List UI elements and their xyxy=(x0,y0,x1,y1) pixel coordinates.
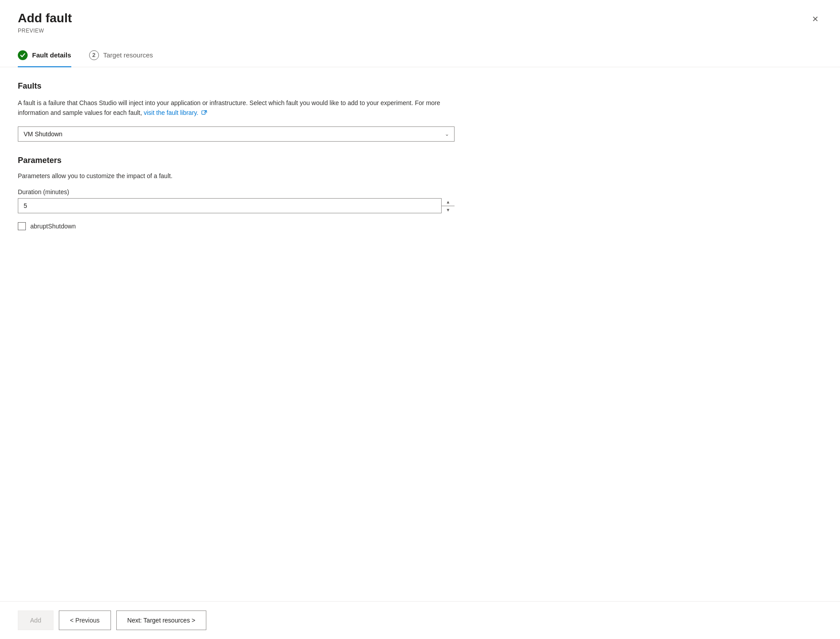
abrupt-shutdown-checkbox[interactable] xyxy=(18,222,26,230)
param-description-text: Parameters allow you to customize the im… xyxy=(18,172,822,179)
fault-library-link[interactable]: visit the fault library. xyxy=(144,109,208,116)
faults-section-title: Faults xyxy=(18,81,822,91)
step-circle-target-resources: 2 xyxy=(89,50,99,60)
step-circle-fault-details xyxy=(18,50,28,60)
next-button[interactable]: Next: Target resources > xyxy=(116,611,207,630)
close-button[interactable]: ✕ xyxy=(808,12,822,26)
spin-buttons: ▲ ▼ xyxy=(441,198,455,213)
abrupt-shutdown-container: abruptShutdown xyxy=(18,222,822,230)
duration-input-wrapper: ▲ ▼ xyxy=(18,198,455,213)
parameters-section: Parameters Parameters allow you to custo… xyxy=(18,156,822,230)
spin-up-button[interactable]: ▲ xyxy=(442,198,455,206)
fault-dropdown-wrapper: VM Shutdown CPU Pressure Memory Pressure… xyxy=(18,126,455,142)
content-area: Faults A fault is a failure that Chaos S… xyxy=(0,67,840,601)
tab-target-resources-label: Target resources xyxy=(103,51,153,59)
panel-subtitle: PREVIEW xyxy=(18,28,72,34)
duration-input[interactable] xyxy=(18,198,455,213)
faults-description: A fault is a failure that Chaos Studio w… xyxy=(18,98,455,118)
add-button[interactable]: Add xyxy=(18,611,53,630)
duration-field-container: Duration (minutes) ▲ ▼ xyxy=(18,188,822,213)
spin-down-button[interactable]: ▼ xyxy=(442,206,455,214)
panel-footer: Add < Previous Next: Target resources > xyxy=(0,601,840,639)
title-group: Add fault PREVIEW xyxy=(18,11,72,34)
tab-fault-details[interactable]: Fault details xyxy=(18,50,71,67)
panel-title: Add fault xyxy=(18,11,72,26)
faults-description-text: A fault is a failure that Chaos Studio w… xyxy=(18,99,440,116)
duration-label: Duration (minutes) xyxy=(18,188,822,195)
step-number-target: 2 xyxy=(92,52,95,58)
previous-button[interactable]: < Previous xyxy=(59,611,111,630)
tab-target-resources[interactable]: 2 Target resources xyxy=(89,50,153,67)
parameters-section-title: Parameters xyxy=(18,156,822,165)
fault-dropdown[interactable]: VM Shutdown CPU Pressure Memory Pressure… xyxy=(18,126,455,142)
panel-header: Add fault PREVIEW ✕ xyxy=(0,0,840,34)
tabs-container: Fault details 2 Target resources xyxy=(0,41,840,67)
checkmark-icon xyxy=(20,53,25,58)
abrupt-shutdown-label[interactable]: abruptShutdown xyxy=(30,223,76,230)
tab-fault-details-label: Fault details xyxy=(32,51,71,59)
fault-selector-container: VM Shutdown CPU Pressure Memory Pressure… xyxy=(18,126,455,142)
external-link-icon xyxy=(201,110,207,116)
add-fault-panel: Add fault PREVIEW ✕ Fault details 2 Targ… xyxy=(0,0,840,639)
faults-section: Faults A fault is a failure that Chaos S… xyxy=(18,81,822,142)
